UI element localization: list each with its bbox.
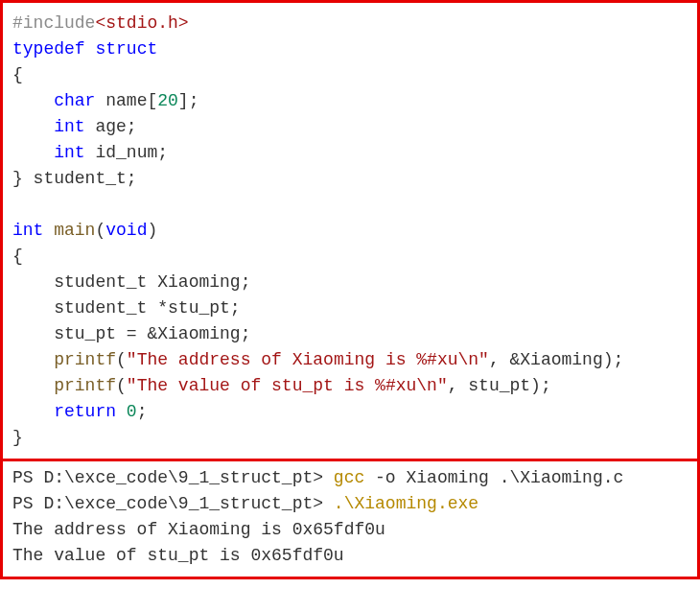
code-token xyxy=(85,39,96,59)
code-panel[interactable]: #include<stdio.h>typedef struct{ char na… xyxy=(0,0,700,461)
code-token: struct xyxy=(95,39,157,59)
code-token: { xyxy=(12,65,23,84)
code-token: stu_pt = &Xiaoming; xyxy=(12,324,250,343)
code-token: , &Xiaoming); xyxy=(489,350,623,369)
code-token: int xyxy=(54,117,84,136)
code-token: <stdio.h> xyxy=(95,13,188,33)
code-line: { xyxy=(12,62,688,88)
code-line: student_t Xiaoming; xyxy=(12,270,688,295)
code-token: return xyxy=(54,402,116,421)
code-line: int id_num; xyxy=(12,140,688,166)
code-token: "The address of Xiaoming is %#xu\n" xyxy=(127,350,489,369)
code-token: "The value of stu_pt is %#xu\n" xyxy=(127,376,448,395)
code-token: PS D:\exce_code\9_1_struct_pt> xyxy=(12,468,334,487)
terminal-line: The value of stu_pt is 0x65fdf0u xyxy=(12,543,688,569)
code-token: ) xyxy=(147,221,157,240)
code-token: typedef xyxy=(12,39,85,59)
code-token: ( xyxy=(116,376,127,395)
code-line: char name[20]; xyxy=(12,88,688,114)
code-token: name[ xyxy=(95,91,157,110)
code-token: } student_t; xyxy=(12,169,137,188)
terminal-line: PS D:\exce_code\9_1_struct_pt> .\Xiaomin… xyxy=(12,491,688,517)
code-token: ]; xyxy=(178,91,199,110)
code-line: stu_pt = &Xiaoming; xyxy=(12,321,688,347)
code-token: int xyxy=(54,143,84,162)
code-line: typedef struct xyxy=(12,36,688,62)
code-token: -o Xiaoming .\Xiaoming.c xyxy=(364,468,623,487)
code-token: student_t *stu_pt; xyxy=(12,298,241,318)
code-token: #include xyxy=(12,13,95,33)
terminal-line: The address of Xiaoming is 0x65fdf0u xyxy=(12,517,688,543)
terminal-panel[interactable]: PS D:\exce_code\9_1_struct_pt> gcc -o Xi… xyxy=(0,461,700,579)
code-token xyxy=(12,376,54,395)
code-token: 20 xyxy=(157,91,178,110)
code-token: The value of stu_pt is 0x65fdf0u xyxy=(12,546,344,565)
code-token: ; xyxy=(137,402,148,421)
code-token: The address of Xiaoming is 0x65fdf0u xyxy=(12,520,385,539)
code-line: student_t *stu_pt; xyxy=(12,295,688,321)
code-line: int main(void) xyxy=(12,218,688,244)
code-line: printf("The value of stu_pt is %#xu\n", … xyxy=(12,373,688,399)
code-token xyxy=(12,350,54,369)
code-line: } xyxy=(12,425,688,451)
code-line: int age; xyxy=(12,114,688,140)
code-token: printf xyxy=(54,350,116,369)
code-token: id_num; xyxy=(85,143,168,162)
code-token xyxy=(116,402,127,421)
code-token: main xyxy=(54,221,95,240)
code-token: PS D:\exce_code\9_1_struct_pt> xyxy=(12,494,334,513)
code-token: ( xyxy=(95,221,105,240)
code-token: gcc xyxy=(334,468,364,487)
code-line: { xyxy=(12,244,688,270)
code-token: char xyxy=(54,91,95,110)
code-token xyxy=(12,117,54,136)
code-line: printf("The address of Xiaoming is %#xu\… xyxy=(12,347,688,373)
code-token: } xyxy=(12,428,23,447)
code-token: student_t Xiaoming; xyxy=(12,272,250,292)
code-token xyxy=(12,91,54,110)
code-line xyxy=(12,192,688,218)
code-line: #include<stdio.h> xyxy=(12,11,688,36)
code-line: } student_t; xyxy=(12,166,688,192)
code-token: { xyxy=(12,247,23,266)
code-token xyxy=(12,143,54,162)
code-token: ( xyxy=(116,350,127,369)
terminal-line: PS D:\exce_code\9_1_struct_pt> gcc -o Xi… xyxy=(12,465,688,491)
code-token: age; xyxy=(85,117,137,136)
code-line: return 0; xyxy=(12,399,688,425)
code-token: void xyxy=(105,221,147,240)
code-token: printf xyxy=(54,376,116,395)
code-token xyxy=(43,221,54,240)
editor-container: #include<stdio.h>typedef struct{ char na… xyxy=(0,0,700,579)
code-token: , stu_pt); xyxy=(448,376,551,395)
code-token: 0 xyxy=(127,402,137,421)
code-token: .\Xiaoming.exe xyxy=(334,494,478,513)
code-token: int xyxy=(12,221,43,240)
code-token xyxy=(12,402,54,421)
